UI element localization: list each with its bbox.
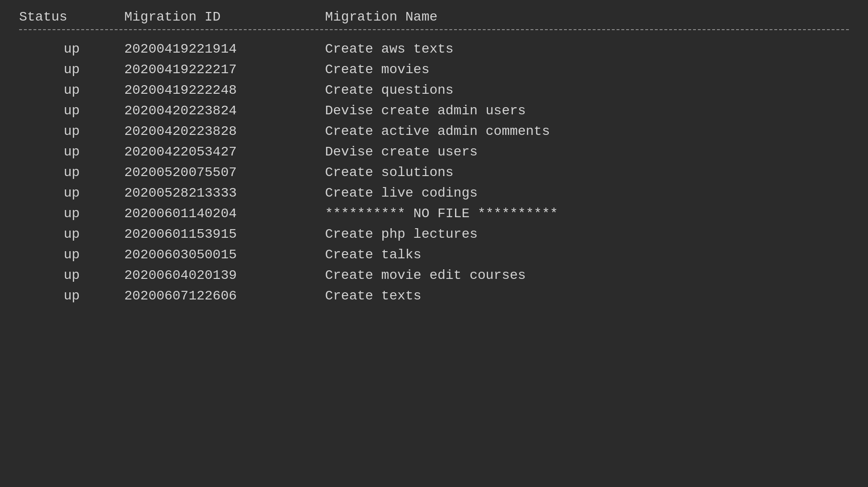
- cell-migration-name: Create live codings: [325, 186, 849, 200]
- cell-migration-id: 20200601140204: [124, 206, 325, 221]
- cell-migration-name: Create questions: [325, 83, 849, 98]
- header-migration-id: Migration ID: [124, 10, 325, 24]
- table-row: up20200419222248Create questions: [19, 80, 849, 100]
- table-header: Status Migration ID Migration Name: [19, 10, 849, 29]
- table-row: up20200607122606Create texts: [19, 286, 849, 306]
- table-body: up20200419221914Create aws textsup202004…: [19, 39, 849, 306]
- migration-table: Status Migration ID Migration Name up202…: [19, 10, 849, 306]
- cell-migration-id: 20200603050015: [124, 247, 325, 262]
- cell-migration-name: Create aws texts: [325, 42, 849, 56]
- cell-migration-id: 20200520075507: [124, 165, 325, 180]
- cell-status: up: [19, 268, 124, 283]
- header-status: Status: [19, 10, 124, 24]
- cell-migration-name: Create talks: [325, 247, 849, 262]
- header-divider: [19, 29, 849, 30]
- cell-migration-id: 20200528213333: [124, 186, 325, 200]
- header-migration-name: Migration Name: [325, 10, 849, 24]
- table-row: up20200604020139Create movie edit course…: [19, 265, 849, 286]
- cell-status: up: [19, 288, 124, 303]
- cell-status: up: [19, 247, 124, 262]
- table-row: up20200601153915Create php lectures: [19, 224, 849, 244]
- cell-migration-id: 20200422053427: [124, 144, 325, 159]
- cell-migration-id: 20200419221914: [124, 42, 325, 56]
- cell-migration-name: Create movies: [325, 62, 849, 77]
- cell-status: up: [19, 62, 124, 77]
- cell-status: up: [19, 165, 124, 180]
- table-row: up20200419222217Create movies: [19, 59, 849, 80]
- cell-migration-name: Devise create admin users: [325, 103, 849, 118]
- cell-status: up: [19, 227, 124, 242]
- cell-migration-id: 20200601153915: [124, 227, 325, 242]
- cell-migration-id: 20200419222217: [124, 62, 325, 77]
- cell-status: up: [19, 124, 124, 139]
- cell-status: up: [19, 186, 124, 200]
- cell-migration-name: Create movie edit courses: [325, 268, 849, 283]
- cell-status: up: [19, 103, 124, 118]
- table-row: up20200601140204********** NO FILE *****…: [19, 203, 849, 224]
- cell-status: up: [19, 144, 124, 159]
- table-row: up20200420223828Create active admin comm…: [19, 121, 849, 142]
- cell-migration-id: 20200420223828: [124, 124, 325, 139]
- cell-migration-name: Devise create users: [325, 144, 849, 159]
- table-row: up20200520075507Create solutions: [19, 162, 849, 183]
- cell-migration-name: Create php lectures: [325, 227, 849, 242]
- cell-migration-id: 20200607122606: [124, 288, 325, 303]
- cell-migration-name: Create active admin comments: [325, 124, 849, 139]
- cell-migration-name: ********** NO FILE **********: [325, 206, 849, 221]
- table-row: up20200420223824Devise create admin user…: [19, 100, 849, 121]
- cell-migration-id: 20200604020139: [124, 268, 325, 283]
- cell-migration-name: Create texts: [325, 288, 849, 303]
- table-row: up20200528213333Create live codings: [19, 183, 849, 203]
- table-row: up20200422053427Devise create users: [19, 142, 849, 162]
- cell-migration-id: 20200420223824: [124, 103, 325, 118]
- cell-migration-name: Create solutions: [325, 165, 849, 180]
- cell-status: up: [19, 206, 124, 221]
- table-row: up20200419221914Create aws texts: [19, 39, 849, 59]
- table-row: up20200603050015Create talks: [19, 244, 849, 265]
- cell-status: up: [19, 83, 124, 98]
- cell-migration-id: 20200419222248: [124, 83, 325, 98]
- cell-status: up: [19, 42, 124, 56]
